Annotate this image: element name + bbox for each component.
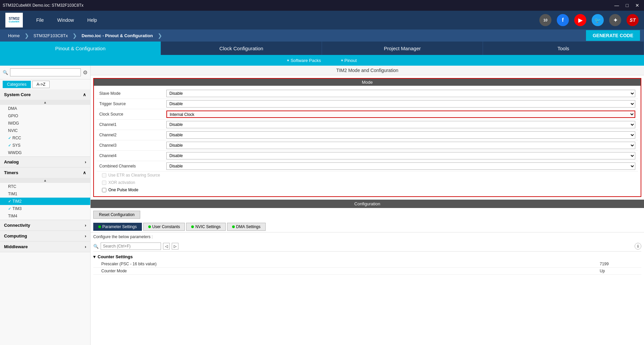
params-search-bar: 🔍 ◁ ▷ ℹ bbox=[93, 241, 641, 252]
sidebar-section-timers: Timers ∧ ▲ RTC TIM1 ✓ TIM2 ✓ TIM3 TIM4 bbox=[0, 167, 90, 220]
channel2-select[interactable]: Disable bbox=[166, 131, 635, 139]
sidebar: 🔍 ⚙ Categories A->Z System Core ∧ ▲ DMA … bbox=[0, 66, 91, 345]
menu-items: File Window Help bbox=[36, 17, 97, 23]
combined-channels-select[interactable]: Disable bbox=[166, 162, 635, 170]
minimize-button[interactable]: — bbox=[612, 2, 621, 9]
tab-project-manager[interactable]: Project Manager bbox=[322, 42, 483, 55]
clock-source-row: Clock Source Internal Clock bbox=[97, 109, 638, 120]
channel1-row: Channel1 Disable bbox=[97, 120, 638, 130]
use-etr-row: Use ETR as Clearing Source bbox=[97, 171, 638, 179]
close-button[interactable]: ✕ bbox=[633, 2, 641, 9]
middleware-header[interactable]: Middleware › bbox=[0, 242, 90, 252]
title-bar: STM32CubeMX Demo.ioc: STM32F103C8Tx — □ … bbox=[0, 0, 644, 11]
counter-settings-header[interactable]: ▾ Counter Settings bbox=[93, 253, 641, 261]
settings-icon[interactable]: ⚙ bbox=[83, 69, 88, 76]
use-etr-checkbox bbox=[102, 173, 106, 178]
main-layout: 🔍 ⚙ Categories A->Z System Core ∧ ▲ DMA … bbox=[0, 66, 644, 345]
search-icon: 🔍 bbox=[3, 70, 8, 75]
clock-source-select[interactable]: Internal Clock bbox=[166, 111, 635, 118]
one-pulse-mode-checkbox[interactable] bbox=[102, 188, 106, 192]
prescaler-value: 7199 bbox=[600, 262, 633, 266]
channel1-label: Channel1 bbox=[99, 122, 166, 127]
combined-channels-row: Combined Channels Disable bbox=[97, 161, 638, 171]
menu-bar-left: STM32 CubeMX File Window Help bbox=[5, 13, 97, 27]
breadcrumb-home[interactable]: Home bbox=[4, 29, 24, 42]
one-pulse-mode-row: One Pulse Mode bbox=[97, 186, 638, 194]
breadcrumb-sep-3: ❯ bbox=[158, 32, 162, 39]
timers-header[interactable]: Timers ∧ bbox=[0, 167, 90, 178]
analog-header[interactable]: Analog › bbox=[0, 157, 90, 167]
breadcrumb: Home ❯ STM32F103C8Tx ❯ Demo.ioc - Pinout… bbox=[4, 29, 163, 42]
search-input[interactable] bbox=[10, 68, 81, 76]
param-tab-parameter-settings[interactable]: Parameter Settings bbox=[93, 223, 142, 231]
user-constants-dot bbox=[148, 225, 151, 228]
param-tab-nvic-settings[interactable]: NVIC Settings bbox=[186, 223, 225, 231]
youtube-icon[interactable]: ▶ bbox=[574, 14, 586, 26]
trigger-source-select[interactable]: Disable bbox=[166, 100, 635, 108]
sidebar-item-tim2[interactable]: ✓ TIM2 bbox=[0, 198, 90, 205]
channel3-select[interactable]: Disable bbox=[166, 142, 635, 149]
channel1-select[interactable]: Disable bbox=[166, 121, 635, 128]
connectivity-header[interactable]: Connectivity › bbox=[0, 220, 90, 230]
params-nav-prev[interactable]: ◁ bbox=[163, 243, 170, 250]
channel3-row: Channel3 Disable bbox=[97, 140, 638, 151]
breadcrumb-sep-1: ❯ bbox=[24, 32, 29, 39]
scroll-up-btn-2[interactable]: ▲ bbox=[0, 178, 90, 183]
configure-text: Configure the below parameters : bbox=[93, 232, 641, 241]
network-icon[interactable]: ✦ bbox=[609, 14, 621, 26]
facebook-icon[interactable]: f bbox=[557, 14, 569, 26]
sidebar-item-tim3[interactable]: ✓ TIM3 bbox=[0, 205, 90, 212]
section-title: TIM2 Mode and Configuration bbox=[91, 66, 644, 75]
sidebar-section-middleware: Middleware › bbox=[0, 242, 90, 252]
reset-configuration-button[interactable]: Reset Configuration bbox=[93, 211, 140, 219]
file-menu[interactable]: File bbox=[36, 17, 44, 23]
breadcrumb-mcu[interactable]: STM32F103C8Tx bbox=[30, 29, 72, 42]
param-tab-dma-settings[interactable]: DMA Settings bbox=[227, 223, 266, 231]
param-tab-user-constants[interactable]: User Constants bbox=[143, 223, 185, 231]
mode-section: Mode Slave Mode Disable Trigger Source D… bbox=[93, 78, 641, 197]
system-core-header[interactable]: System Core ∧ bbox=[0, 89, 90, 100]
az-tab-button[interactable]: A->Z bbox=[32, 81, 50, 88]
title-bar-controls: — □ ✕ bbox=[612, 2, 641, 9]
params-search-icon: 🔍 bbox=[93, 244, 99, 249]
content-area: TIM2 Mode and Configuration Mode Slave M… bbox=[91, 66, 644, 345]
maximize-button[interactable]: □ bbox=[624, 2, 631, 9]
categories-tab-button[interactable]: Categories bbox=[3, 81, 31, 88]
params-nav-next[interactable]: ▷ bbox=[172, 243, 178, 250]
channel4-select[interactable]: Disable bbox=[166, 152, 635, 159]
window-menu[interactable]: Window bbox=[57, 17, 74, 23]
sidebar-item-sys[interactable]: ✓ SYS bbox=[0, 142, 90, 149]
sub-tab-software-packs[interactable]: ▾ Software Packs bbox=[287, 58, 321, 63]
help-menu[interactable]: Help bbox=[87, 17, 97, 23]
twitter-icon[interactable]: 🐦 bbox=[592, 14, 604, 26]
tab-tools[interactable]: Tools bbox=[483, 42, 644, 55]
sidebar-item-gpio[interactable]: GPIO bbox=[0, 112, 90, 120]
sidebar-item-dma[interactable]: DMA bbox=[0, 105, 90, 112]
slave-mode-row: Slave Mode Disable bbox=[97, 88, 638, 99]
tab-pinout-configuration[interactable]: Pinout & Configuration bbox=[0, 42, 161, 55]
combined-channels-label: Combined Channels bbox=[99, 164, 166, 168]
computing-header[interactable]: Computing › bbox=[0, 231, 90, 241]
counter-mode-value: Up bbox=[600, 269, 633, 273]
sidebar-item-nvic[interactable]: NVIC bbox=[0, 127, 90, 134]
tab-clock-configuration[interactable]: Clock Configuration bbox=[161, 42, 322, 55]
slave-mode-select[interactable]: Disable bbox=[166, 90, 635, 97]
one-pulse-mode-label: One Pulse Mode bbox=[108, 188, 138, 192]
sidebar-item-iwdg[interactable]: IWDG bbox=[0, 120, 90, 127]
scroll-up-btn[interactable]: ▲ bbox=[0, 100, 90, 105]
breadcrumb-project[interactable]: Demo.ioc - Pinout & Configuration bbox=[77, 29, 157, 42]
prescaler-row: Prescaler (PSC - 16 bits value) 7199 bbox=[93, 261, 641, 268]
app-title: STM32CubeMX Demo.ioc: STM32F103C8Tx bbox=[3, 3, 84, 8]
generate-code-button[interactable]: GENERATE CODE bbox=[586, 30, 640, 41]
sub-tab-pinout[interactable]: ▾ Pinout bbox=[341, 58, 357, 63]
config-params: Configure the below parameters : 🔍 ◁ ▷ ℹ… bbox=[91, 232, 644, 276]
dma-settings-dot bbox=[232, 225, 235, 228]
counter-mode-row: Counter Mode Up bbox=[93, 268, 641, 275]
sidebar-item-tim1[interactable]: TIM1 bbox=[0, 190, 90, 198]
sidebar-item-wwdg[interactable]: WWDG bbox=[0, 149, 90, 156]
sidebar-item-rcc[interactable]: ✓ RCC bbox=[0, 134, 90, 142]
params-search-input[interactable] bbox=[101, 243, 161, 250]
info-icon[interactable]: ℹ bbox=[635, 243, 641, 250]
sidebar-item-tim4[interactable]: TIM4 bbox=[0, 212, 90, 220]
sidebar-item-rtc[interactable]: RTC bbox=[0, 183, 90, 190]
